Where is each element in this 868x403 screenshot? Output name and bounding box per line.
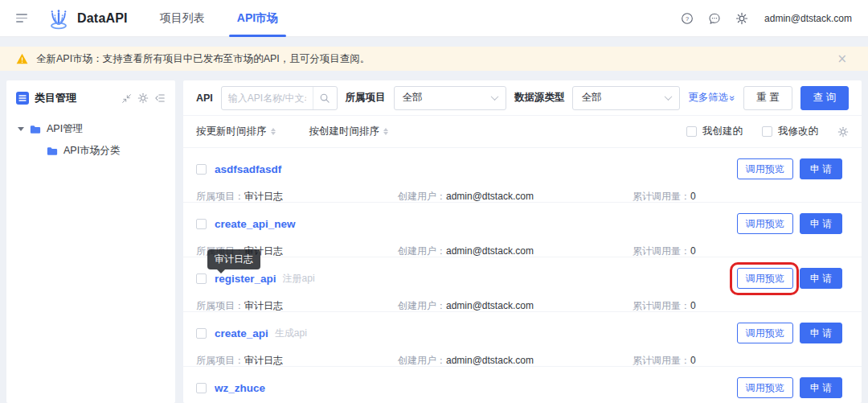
sort-by-update-label: 按更新时间排序 xyxy=(196,125,267,138)
apply-button[interactable]: 申 请 xyxy=(800,213,842,234)
created-by-me-filter[interactable]: 我创建的 xyxy=(686,125,743,138)
fountain-logo-icon xyxy=(47,6,71,31)
project-select[interactable]: 全部 xyxy=(394,86,506,110)
settings-gear-icon[interactable] xyxy=(735,12,748,25)
preview-button[interactable]: 调用预览 xyxy=(737,268,793,289)
project-select-value: 全部 xyxy=(403,91,423,105)
chevron-down-icon xyxy=(665,93,673,101)
calls-meta-label: 累计调用量： xyxy=(633,191,690,202)
row-checkbox[interactable] xyxy=(196,383,207,393)
preview-button[interactable]: 调用预览 xyxy=(737,213,793,234)
creator-meta-label: 创建用户： xyxy=(398,245,446,257)
apply-button[interactable]: 申 请 xyxy=(800,323,842,343)
tab-project-list[interactable]: 项目列表 xyxy=(160,0,205,37)
created-by-me-label: 我创建的 xyxy=(702,125,743,138)
alert-text: 全新API市场：支持查看所有项目中已发布至市场的API，且可分项目查阅。 xyxy=(36,52,370,66)
api-subtitle: 注册api xyxy=(283,272,315,286)
api-row: 审计日志 register_api 注册api 调用预览 申 请 所属项目：审计… xyxy=(183,257,862,312)
tab-api-market[interactable]: API市场 xyxy=(237,0,278,37)
preview-button[interactable]: 调用预览 xyxy=(737,158,793,179)
apply-button[interactable]: 申 请 xyxy=(800,268,842,289)
calls-meta-label: 累计调用量： xyxy=(633,245,690,257)
api-name-link[interactable]: create_api xyxy=(215,327,268,339)
sort-bar: 按更新时间排序 按创建时间排序 我创建的 我修改的 xyxy=(183,116,862,148)
close-icon[interactable]: × xyxy=(837,47,847,71)
calls-meta-value: 0 xyxy=(690,191,696,202)
category-list-icon xyxy=(16,92,29,105)
collapse-diagonal-icon[interactable] xyxy=(121,93,132,104)
warning-icon xyxy=(16,53,28,64)
api-row: create_api 生成api 调用预览 申 请 所属项目：审计日志 创建用户… xyxy=(183,312,862,367)
creator-meta-label: 创建用户： xyxy=(398,355,446,366)
api-row: create_api_new 调用预览 申 请 所属项目：审计日志 创建用户：a… xyxy=(183,203,862,257)
row-checkbox[interactable] xyxy=(196,164,207,175)
api-subtitle: 生成api xyxy=(275,327,307,340)
datasource-select-value: 全部 xyxy=(581,91,601,105)
modified-by-me-checkbox[interactable] xyxy=(762,126,772,137)
caret-down-icon[interactable] xyxy=(18,127,24,131)
folder-icon xyxy=(30,125,41,134)
sort-by-update[interactable]: 按更新时间排序 xyxy=(196,125,276,138)
tree-node-api-management[interactable]: API管理 xyxy=(16,118,166,140)
creator-meta-label: 创建用户： xyxy=(398,191,446,202)
message-icon[interactable] xyxy=(708,12,721,25)
top-navbar: DataAPI 项目列表 API市场 ? admin@dtstack.com xyxy=(0,0,868,37)
menu-icon[interactable] xyxy=(16,11,29,25)
api-market-main: API 所属项目 全部 数据源类型 全部 更 xyxy=(183,80,862,403)
project-meta-label: 所属项目： xyxy=(196,355,244,366)
project-meta-value: 审计日志 xyxy=(244,355,283,366)
svg-text:?: ? xyxy=(686,14,689,22)
preview-button[interactable]: 调用预览 xyxy=(737,323,793,343)
project-meta-label: 所属项目： xyxy=(196,191,244,202)
query-button[interactable]: 查 询 xyxy=(800,86,849,110)
more-filters-label: 更多筛选 xyxy=(688,91,728,105)
category-sidebar: 类目管理 xyxy=(6,80,175,403)
list-settings-gear-icon[interactable] xyxy=(837,126,849,138)
calls-meta-value: 0 xyxy=(690,245,696,257)
api-filter-label: API xyxy=(196,93,213,104)
datasource-select[interactable]: 全部 xyxy=(572,86,680,110)
user-email[interactable]: admin@dtstack.com xyxy=(764,13,852,24)
creator-meta-value: admin@dtstack.com xyxy=(446,300,534,311)
preview-button[interactable]: 调用预览 xyxy=(737,377,793,398)
api-search-input[interactable] xyxy=(222,93,313,104)
alert-banner: 全新API市场：支持查看所有项目中已发布至市场的API，且可分项目查阅。 × xyxy=(0,47,868,71)
api-name-link[interactable]: create_api_new xyxy=(215,218,296,230)
row-checkbox[interactable] xyxy=(196,328,207,339)
row-checkbox[interactable] xyxy=(196,219,207,229)
tree-node-label: API管理 xyxy=(47,122,83,136)
row-checkbox[interactable] xyxy=(196,273,207,284)
apply-button[interactable]: 申 请 xyxy=(800,158,842,179)
created-by-me-checkbox[interactable] xyxy=(686,126,697,137)
calls-meta-label: 累计调用量： xyxy=(633,355,690,366)
project-meta-value: 审计日志 xyxy=(244,191,283,202)
more-filters-link[interactable]: 更多筛选 » xyxy=(688,91,735,105)
app-logo: DataAPI xyxy=(47,6,128,31)
sort-by-create-label: 按创建时间排序 xyxy=(309,125,380,138)
reset-button[interactable]: 重 置 xyxy=(743,86,792,110)
api-name-link[interactable]: register_api xyxy=(215,273,276,285)
project-filter-label: 所属项目 xyxy=(346,91,386,105)
search-button[interactable] xyxy=(313,87,337,109)
sort-by-create[interactable]: 按创建时间排序 xyxy=(309,125,389,138)
creator-meta-label: 创建用户： xyxy=(398,300,446,311)
product-name: DataAPI xyxy=(77,11,128,26)
sorter-icon xyxy=(383,128,388,135)
modified-by-me-filter[interactable]: 我修改的 xyxy=(762,125,818,138)
sidebar-gear-icon[interactable] xyxy=(137,93,149,104)
creator-meta-value: admin@dtstack.com xyxy=(446,245,534,257)
filter-bar: API 所属项目 全部 数据源类型 全部 更 xyxy=(183,80,862,116)
folder-icon xyxy=(47,146,58,156)
search-icon xyxy=(319,93,330,104)
api-name-link[interactable]: asdfsadfasdf xyxy=(215,163,281,175)
apply-button[interactable]: 申 请 xyxy=(800,377,842,398)
creator-meta-value: admin@dtstack.com xyxy=(446,355,534,366)
tree-node-api-market-category[interactable]: API市场分类 xyxy=(45,140,166,162)
help-icon[interactable]: ? xyxy=(681,12,694,25)
tree-node-label: API市场分类 xyxy=(63,144,120,158)
project-meta-value: 审计日志 xyxy=(244,300,283,311)
sorter-icon xyxy=(271,128,276,135)
api-row: asdfsadfasdf 调用预览 申 请 所属项目：审计日志 创建用户：adm… xyxy=(183,148,862,203)
fold-panel-icon[interactable] xyxy=(154,93,166,104)
api-name-link[interactable]: wz_zhuce xyxy=(215,382,265,394)
